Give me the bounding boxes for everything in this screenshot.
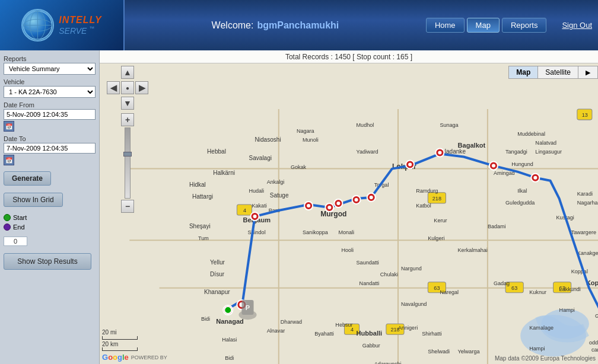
- start-dot-icon: [4, 214, 11, 221]
- map-type-map[interactable]: Map: [509, 66, 538, 78]
- svg-text:Ankalgi: Ankalgi: [267, 179, 285, 185]
- stop-counter-input[interactable]: [4, 237, 27, 246]
- show-grid-button[interactable]: Show In Grid: [4, 193, 63, 207]
- svg-text:Halkärni: Halkärni: [213, 170, 235, 176]
- map-container: Total Records : 1450 [ Stop count : 165 …: [100, 50, 598, 364]
- svg-text:Chulaki: Chulaki: [380, 272, 398, 277]
- date-to-input[interactable]: [4, 143, 96, 154]
- map-zoom-controls: ▲ ◀ ● ▶ ▼ + −: [107, 66, 148, 213]
- reports-select[interactable]: Vehicle Summary: [4, 63, 96, 75]
- header-welcome: Welcome: bgmPanchamukhi: [125, 20, 426, 31]
- map-button[interactable]: Map: [467, 18, 500, 33]
- svg-text:63: 63: [434, 285, 440, 291]
- svg-text:Kakati: Kakati: [252, 203, 267, 209]
- pan-down-button[interactable]: ▼: [121, 97, 134, 110]
- vehicle-select[interactable]: 1 - KA 22A-7630: [4, 86, 96, 98]
- google-logo: Google POWERED BY: [102, 353, 167, 362]
- svg-text:Gokak: Gokak: [291, 164, 307, 170]
- show-stop-section: Show Stop Results: [4, 253, 96, 270]
- svg-point-152: [533, 176, 537, 180]
- start-label: Start: [13, 214, 27, 221]
- svg-text:Alnavar: Alnavar: [267, 328, 285, 334]
- svg-text:Katbol: Katbol: [416, 203, 431, 209]
- generate-button[interactable]: Generate: [4, 171, 51, 186]
- svg-text:Tawargere: Tawargere: [571, 229, 596, 235]
- logo-area: INTELLY SERVE ™: [0, 0, 125, 50]
- date-from-input[interactable]: [4, 109, 96, 120]
- svg-text:Ilkal: Ilkal: [517, 188, 527, 194]
- svg-text:Gadag: Gadag: [494, 280, 510, 286]
- map-type-extra[interactable]: ▶: [578, 66, 597, 78]
- svg-text:Karadi: Karadi: [577, 191, 593, 197]
- svg-text:Muddebinal: Muddebinal: [517, 131, 545, 137]
- svg-text:Khanapur: Khanapur: [204, 289, 230, 295]
- pan-lr-controls: ◀ ● ▶: [107, 81, 148, 94]
- date-from-calendar-icon[interactable]: 📅: [4, 121, 14, 132]
- zoom-out-button[interactable]: −: [121, 200, 134, 213]
- svg-text:13: 13: [582, 112, 588, 118]
- svg-point-148: [438, 151, 441, 154]
- svg-text:Guledgudda: Guledgudda: [505, 200, 535, 206]
- start-legend: Start: [4, 214, 96, 221]
- svg-text:Bidi: Bidi: [201, 316, 210, 322]
- svg-text:Kerur: Kerur: [434, 218, 447, 223]
- zoom-slider[interactable]: [125, 127, 131, 199]
- pan-up-button[interactable]: ▲: [121, 66, 134, 79]
- map-type-satellite[interactable]: Satellite: [538, 66, 578, 78]
- pan-controls: ▲: [107, 66, 148, 79]
- scale-km: 20 km: [102, 341, 138, 347]
- sign-out-link[interactable]: Sign Out: [562, 21, 592, 30]
- svg-text:Sunaga: Sunaga: [440, 122, 459, 128]
- svg-text:Adargunchi: Adargunchi: [374, 361, 402, 364]
- map-copyright: Map data ©2009 Europa Technologies: [495, 355, 596, 362]
- svg-text:Dharwad: Dharwad: [281, 319, 302, 325]
- zoom-in-button[interactable]: +: [121, 113, 134, 126]
- svg-text:P: P: [246, 304, 250, 311]
- svg-point-146: [408, 163, 412, 167]
- svg-text:Kerkalmahai: Kerkalmahai: [458, 247, 488, 253]
- pan-left-button[interactable]: ◀: [107, 81, 120, 94]
- header-nav: Home Map Reports: [426, 18, 547, 33]
- pan-center-button[interactable]: ●: [121, 81, 134, 94]
- end-dot-icon: [4, 223, 11, 231]
- date-from-label: Date From: [4, 101, 96, 108]
- header: INTELLY SERVE ™ Welcome: bgmPanchamukhi …: [0, 0, 598, 50]
- reports-button[interactable]: Reports: [502, 18, 547, 33]
- svg-text:Yellur: Yellur: [210, 259, 225, 266]
- legend-section: Start End: [4, 214, 96, 231]
- scale-line-mi: [102, 336, 138, 340]
- scale-line-km: [102, 347, 138, 351]
- show-stop-button[interactable]: Show Stop Results: [4, 253, 91, 270]
- svg-text:Naregal: Naregal: [440, 289, 459, 295]
- svg-text:Nagara: Nagara: [297, 128, 315, 134]
- svg-text:Nargund: Nargund: [401, 266, 422, 272]
- svg-text:Nandatti: Nandatti: [360, 280, 380, 286]
- svg-text:Dísur: Dísur: [210, 271, 225, 277]
- date-to-section: Date To 📅: [4, 135, 96, 165]
- svg-text:Bagalkot: Bagalkot: [458, 142, 486, 149]
- svg-text:Navalgund: Navalgund: [401, 301, 427, 307]
- svg-point-150: [492, 164, 495, 168]
- date-to-label: Date To: [4, 135, 96, 142]
- zoom-handle[interactable]: [123, 152, 132, 157]
- svg-point-157: [224, 306, 231, 314]
- svg-text:Satuge: Satuge: [270, 192, 289, 199]
- main-area: Reports Vehicle Summary Vehicle 1 - KA 2…: [0, 50, 598, 364]
- sidebar: Reports Vehicle Summary Vehicle 1 - KA 2…: [0, 50, 100, 364]
- logo-globe: [21, 9, 54, 41]
- svg-text:Bidi: Bidi: [225, 355, 234, 361]
- svg-text:Lingasugur: Lingasugur: [535, 149, 562, 155]
- map-canvas: 218 63 63 63 13 4 4 218: [100, 50, 598, 364]
- svg-text:Badami: Badami: [488, 223, 506, 229]
- map-type-switcher: Map Satellite ▶: [508, 66, 598, 79]
- home-button[interactable]: Home: [426, 18, 465, 33]
- svg-text:Yadiward: Yadiward: [357, 149, 378, 155]
- pan-right-button[interactable]: ▶: [135, 81, 148, 94]
- svg-text:Hebsur: Hebsur: [335, 322, 352, 328]
- svg-text:Hungund: Hungund: [511, 161, 533, 167]
- date-to-calendar-icon[interactable]: 📅: [4, 155, 14, 165]
- logo-intelly: INTELLY: [59, 15, 101, 25]
- svg-text:Yelwarga: Yelwarga: [458, 349, 481, 355]
- svg-text:Shirhatti: Shirhatti: [422, 331, 441, 337]
- svg-text:Nalatvad: Nalatvad: [535, 140, 556, 146]
